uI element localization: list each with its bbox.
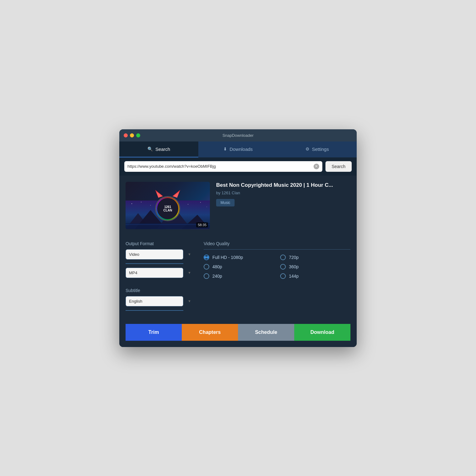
downloads-tab-icon: ⬇: [223, 146, 227, 151]
subtitle-arrow-icon: ▼: [188, 299, 191, 303]
codec-arrow-icon: ▼: [188, 271, 191, 275]
tab-settings[interactable]: ⚙ Settings: [278, 141, 357, 157]
traffic-lights: [124, 133, 140, 137]
quality-option-720p[interactable]: 720p: [280, 255, 350, 260]
close-button[interactable]: [124, 133, 128, 137]
tab-bar: 🔍 Search ⬇ Downloads ⚙ Settings: [119, 141, 357, 157]
app-title: SnapDownloader: [222, 133, 254, 138]
clan-text: 1261 CLAN: [163, 205, 172, 212]
download-button[interactable]: Download: [294, 324, 350, 341]
format-type-arrow-icon: ▼: [188, 252, 191, 256]
video-channel: by 1261 Clan: [216, 191, 350, 195]
chapters-button[interactable]: Chapters: [182, 324, 238, 341]
tab-search[interactable]: 🔍 Search: [119, 141, 198, 157]
tab-settings-label: Settings: [312, 146, 329, 152]
video-tag: Music: [216, 199, 235, 206]
minimize-button[interactable]: [130, 133, 134, 137]
search-tab-icon: 🔍: [147, 146, 153, 151]
radio-480p: [204, 264, 209, 270]
quality-label-720p: 720p: [289, 255, 299, 260]
video-duration: 58:35: [196, 222, 208, 227]
clear-url-button[interactable]: ✕: [314, 164, 319, 169]
codec-wrapper: MP4 MKV AVI MOV ▼: [126, 268, 194, 278]
quality-label-1080p: Full HD - 1080p: [212, 255, 243, 260]
tab-downloads-label: Downloads: [230, 146, 253, 152]
left-options: Output Format Video Audio Subtitle ▼ MP4…: [126, 241, 194, 315]
subtitle-select[interactable]: English None French Spanish: [126, 296, 183, 306]
titlebar: SnapDownloader: [119, 129, 357, 141]
app-window: SnapDownloader 🔍 Search ⬇ Downloads ⚙ Se…: [119, 129, 357, 347]
quality-option-360p[interactable]: 360p: [280, 264, 350, 270]
search-button[interactable]: Search: [325, 161, 352, 172]
quality-grid: Full HD - 1080p 720p 480p 360p: [204, 255, 350, 279]
clan-logo: 1261 CLAN: [155, 196, 180, 221]
subtitle-divider: [126, 310, 183, 311]
quality-label-144p: 144p: [289, 274, 299, 279]
trim-button[interactable]: Trim: [126, 324, 182, 341]
quality-label-360p: 360p: [289, 264, 299, 269]
radio-1080p: [204, 255, 209, 260]
radio-144p: [280, 273, 286, 279]
output-format-label: Output Format: [126, 241, 194, 246]
cat-ears-svg: [154, 190, 182, 198]
tab-downloads[interactable]: ⬇ Downloads: [198, 141, 277, 157]
quality-option-144p[interactable]: 144p: [280, 273, 350, 279]
settings-tab-icon: ⚙: [305, 146, 310, 151]
radio-360p: [280, 264, 286, 270]
radio-240p: [204, 273, 209, 279]
quality-option-1080p[interactable]: Full HD - 1080p: [204, 255, 274, 260]
quality-label-240p: 240p: [212, 274, 222, 279]
radio-720p: [280, 255, 286, 260]
quality-option-240p[interactable]: 240p: [204, 273, 274, 279]
codec-select[interactable]: MP4 MKV AVI MOV: [126, 268, 183, 278]
format-type-wrapper: Video Audio Subtitle ▼: [126, 249, 194, 260]
quality-option-480p[interactable]: 480p: [204, 264, 274, 270]
options-section: Output Format Video Audio Subtitle ▼ MP4…: [126, 238, 350, 315]
video-info-section: 1261 CLAN 58:35 Best Non Copyrighted Mus…: [126, 182, 350, 229]
right-options: Video Quality Full HD - 1080p 720p: [204, 241, 350, 315]
bottom-action-bar: Trim Chapters Schedule Download: [126, 324, 350, 341]
quality-divider: [204, 249, 350, 250]
main-content: 1261 CLAN 58:35 Best Non Copyrighted Mus…: [119, 176, 357, 347]
tab-search-label: Search: [155, 146, 170, 152]
video-details: Best Non Copyrighted Music 2020 | 1 Hour…: [216, 182, 350, 229]
url-input[interactable]: [127, 164, 311, 169]
format-divider: [126, 263, 183, 264]
schedule-button[interactable]: Schedule: [238, 324, 294, 341]
video-thumbnail: 1261 CLAN 58:35: [126, 182, 210, 229]
subtitle-wrapper: English None French Spanish ▼: [126, 296, 194, 306]
quality-label: Video Quality: [204, 241, 350, 246]
subtitle-label: Subtitle: [126, 288, 194, 293]
quality-label-480p: 480p: [212, 264, 222, 269]
format-type-select[interactable]: Video Audio Subtitle: [126, 249, 183, 260]
url-input-wrapper: ✕: [124, 161, 322, 172]
video-title: Best Non Copyrighted Music 2020 | 1 Hour…: [216, 182, 350, 189]
thumbnail-overlay: 1261 CLAN: [126, 182, 210, 229]
maximize-button[interactable]: [136, 133, 140, 137]
url-search-bar: ✕ Search: [119, 157, 357, 176]
